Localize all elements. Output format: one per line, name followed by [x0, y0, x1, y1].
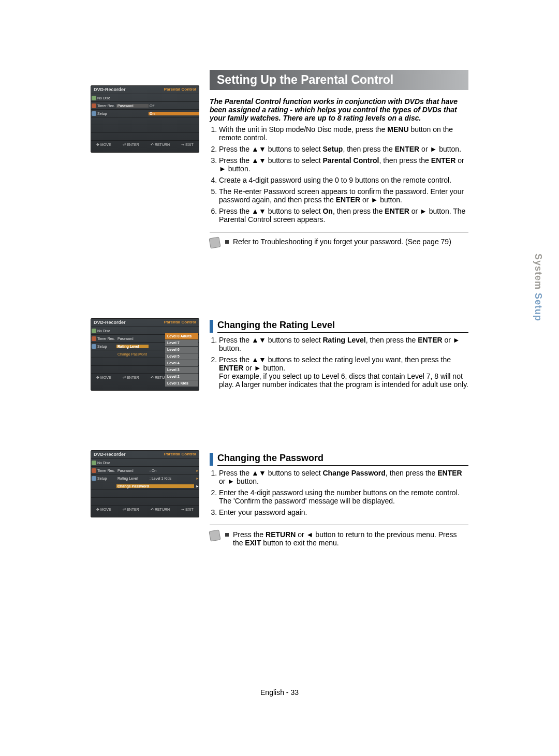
osd-setup: Setup — [97, 345, 107, 348]
osd-changepw: Change Password — [116, 352, 149, 356]
note-1: Refer to Troubleshooting if you forget y… — [210, 232, 468, 248]
osd-titlebar: DVD-Recorder Parental Control — [91, 318, 199, 327]
osd-password-label: Password — [116, 337, 149, 340]
osd-nodisc: No Disc — [97, 329, 110, 333]
osd-section-label: Parental Control — [164, 87, 196, 92]
note-2: Press the RETURN or ◄ button to return t… — [210, 525, 468, 547]
osd-l1kids: : Level 1 Kids — [149, 477, 194, 480]
side-tab: System Setup — [533, 254, 543, 321]
osd-off: Off — [149, 104, 199, 108]
osd-titlebar: DVD-Recorder Parental Control — [91, 85, 199, 94]
osd-timer: Timer Rec. — [97, 337, 115, 340]
osd-on-selected: On — [149, 112, 199, 115]
subheading-rating: Changing the Rating Level — [210, 320, 468, 333]
step-3: Press the ▲▼ buttons to select Parental … — [219, 156, 468, 173]
page-footer: English - 33 — [0, 688, 559, 696]
osd-section-label: Parental Control — [164, 452, 196, 457]
osd-app-title: DVD-Recorder — [94, 87, 126, 92]
steps-rating: Press the ▲▼ buttons to select Rating Le… — [210, 336, 468, 389]
osd-menu: No Disc Timer Rec. Password : On► Setup … — [91, 458, 199, 505]
osd-titlebar: DVD-Recorder Parental Control — [91, 450, 199, 458]
osd-setup: Setup — [97, 112, 107, 115]
step-5: The Re-enter Password screen appears to … — [219, 187, 468, 204]
rating-step-1: Press the ▲▼ buttons to select Rating Le… — [219, 336, 468, 352]
subhead-text: Changing the Rating Level — [217, 320, 468, 333]
bullet-icon — [225, 240, 229, 244]
osd-enter: ⏎ ENTER — [123, 143, 139, 147]
pw-step-2: Enter the 4-digit password using the num… — [219, 488, 468, 505]
osd-nodisc: No Disc — [97, 461, 110, 465]
osd-on-val: : On — [149, 469, 194, 472]
level-1: Level 1 Kids — [165, 380, 198, 387]
osd-exit: ⇥ EXIT — [181, 143, 194, 147]
subheading-password: Changing the Password — [210, 453, 468, 466]
step-4: Create a 4-digit password using the 0 to… — [219, 176, 468, 184]
rating-step-2: Press the ▲▼ buttons to select the ratin… — [219, 355, 468, 389]
osd-return: ↶ RETURN — [151, 143, 170, 147]
osd-password-label: Password — [116, 104, 149, 108]
section-rating-level: Changing the Rating Level Press the ▲▼ b… — [210, 320, 468, 392]
osd-setup: Setup — [97, 477, 107, 480]
pw-step-1: Press the ▲▼ buttons to select Change Pa… — [219, 469, 468, 485]
osd-timer: Timer Rec. — [97, 104, 115, 108]
steps-main: With the unit in Stop mode/No Disc mode,… — [210, 125, 468, 224]
page: System Setup DVD-Recorder Parental Contr… — [0, 0, 559, 756]
osd-app-title: DVD-Recorder — [94, 452, 126, 457]
pw-step-3: Enter your password again. — [219, 508, 468, 516]
note-text-2: Press the RETURN or ◄ button to return t… — [233, 530, 468, 547]
osd-change-password: DVD-Recorder Parental Control No Disc Ti… — [91, 450, 199, 517]
osd-footer: ✥ MOVE ⏎ ENTER ↶ RETURN ⇥ EXIT — [91, 505, 199, 514]
bullet-icon — [225, 533, 229, 537]
subhead-text: Changing the Password — [217, 453, 468, 466]
note-icon — [209, 529, 220, 541]
side-tab-active: Setup — [533, 293, 543, 321]
section-change-password: Changing the Password Press the ▲▼ butto… — [210, 453, 468, 547]
osd-app-title: DVD-Recorder — [94, 320, 126, 325]
level-8: Level 8 Adults — [165, 333, 198, 339]
level-5: Level 5 — [165, 353, 198, 360]
steps-password: Press the ▲▼ buttons to select Change Pa… — [210, 469, 468, 516]
note-icon — [209, 236, 220, 248]
osd-ratinglevel-sel: Rating Level — [116, 345, 149, 348]
osd-changepw-sel: Change Password — [116, 484, 194, 488]
accent-bar — [210, 453, 213, 466]
osd-level-list: Level 8 Adults Level 7 Level 6 Level 5 L… — [165, 333, 198, 387]
side-tab-inactive: System — [533, 254, 543, 293]
osd-timer: Timer Rec. — [97, 469, 115, 472]
step-2: Press the ▲▼ buttons to select Setup, th… — [219, 145, 468, 153]
osd-password-label: Password — [116, 469, 149, 472]
page-title: Setting Up the Parental Control — [210, 70, 468, 90]
level-4: Level 4 — [165, 360, 198, 366]
osd-move: ✥ MOVE — [96, 143, 111, 147]
osd-nodisc: No Disc — [97, 96, 110, 100]
level-7: Level 7 — [165, 339, 198, 346]
osd-parental-onoff: DVD-Recorder Parental Control No Disc Ti… — [91, 85, 199, 153]
step-1: With the unit in Stop mode/No Disc mode,… — [219, 125, 468, 142]
intro-text: The Parental Control function works in c… — [210, 97, 468, 122]
note-text-1: Refer to Troubleshooting if you forget y… — [233, 238, 468, 246]
level-3: Level 3 — [165, 366, 198, 373]
level-6: Level 6 — [165, 346, 198, 353]
level-2: Level 2 — [165, 373, 198, 380]
main-content: Setting Up the Parental Control The Pare… — [210, 70, 468, 248]
osd-section-label: Parental Control — [164, 320, 196, 325]
accent-bar — [210, 320, 213, 333]
osd-rating-level: DVD-Recorder Parental Control No Disc Ti… — [91, 318, 199, 391]
step-6: Press the ▲▼ buttons to select On, then … — [219, 207, 468, 224]
osd-footer: ✥ MOVE ⏎ ENTER ↶ RETURN ⇥ EXIT — [91, 140, 199, 149]
osd-menu: No Disc Timer Rec. Password Off Setup On — [91, 94, 199, 140]
osd-ratinglevel: Rating Level — [116, 477, 149, 480]
